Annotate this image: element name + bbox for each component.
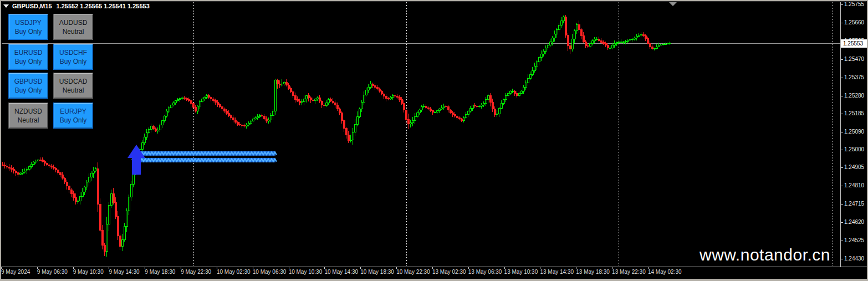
time-axis-label: 13 May 02:30 — [432, 269, 466, 275]
price-axis-label: 1.25185 — [844, 110, 864, 117]
signal-status-label: Buy Only — [54, 57, 93, 66]
signal-button-gbpusd[interactable]: GBPUSDBuy Only — [8, 73, 48, 99]
current-price-badge: 1.25553 — [841, 39, 867, 48]
price-axis-label: 1.25375 — [844, 74, 864, 81]
pair-label: USDCHF — [54, 48, 93, 57]
chart-title-bar: GBPUSD,M151.25552 1.25565 1.25541 1.2555… — [3, 2, 150, 10]
time-axis-label: 13 May 10:30 — [504, 269, 538, 275]
signal-button-eurjpy[interactable]: EURJPYBuy Only — [53, 103, 93, 129]
pair-label: AUDUSD — [54, 18, 93, 27]
price-axis-label: 1.24430 — [844, 256, 864, 262]
time-axis-label: 9 May 10:30 — [73, 269, 104, 275]
axis-ticks — [2, 5, 844, 269]
signal-status-label: Neutral — [9, 116, 48, 125]
pair-label: USDCAD — [54, 77, 93, 86]
mt4-chart-window: GBPUSD,M151.25552 1.25565 1.25541 1.2555… — [0, 0, 868, 281]
signal-button-usdchf[interactable]: USDCHFBuy Only — [53, 44, 93, 70]
chart-symbol-label: GBPUSD,M15 — [12, 3, 52, 9]
signal-button-audusd[interactable]: AUDUSDNeutral — [53, 14, 93, 40]
time-axis-label: 9 May 22:30 — [181, 269, 211, 275]
price-axis-label: 1.24620 — [844, 219, 864, 226]
time-axis-label: 10 May 18:30 — [360, 269, 394, 275]
signal-status-label: Buy Only — [9, 27, 48, 36]
scroll-end-marker-icon — [669, 2, 677, 6]
time-axis-label: 9 May 14:30 — [109, 269, 139, 275]
pair-label: NZDUSD — [9, 107, 48, 116]
price-axis-label: 1.24810 — [844, 182, 864, 189]
signal-button-eurusd[interactable]: EURUSDBuy Only — [8, 44, 48, 70]
signal-button-usdcad[interactable]: USDCADNeutral — [53, 73, 93, 99]
price-chart[interactable] — [0, 0, 868, 281]
price-axis-label: 1.25090 — [844, 129, 864, 135]
price-axis-label: 1.25660 — [844, 19, 864, 26]
pair-label: USDJPY — [9, 18, 48, 27]
chevron-down-icon — [3, 4, 9, 8]
time-axis-label: 9 May 2024 — [1, 269, 30, 275]
pair-label: GBPUSD — [9, 77, 48, 86]
price-axis-label: 1.24525 — [844, 237, 864, 244]
time-axis-label: 10 May 14:30 — [324, 269, 358, 275]
signal-status-label: Neutral — [54, 86, 93, 95]
pair-label: EURUSD — [9, 48, 48, 57]
time-axis-label: 10 May 02:30 — [217, 269, 251, 275]
time-axis-label: 9 May 18:30 — [145, 269, 175, 275]
price-axis-label: 1.24715 — [844, 201, 864, 207]
price-axis-label: 1.25280 — [844, 93, 864, 99]
time-axis-label: 10 May 06:30 — [253, 269, 287, 275]
time-axis-label: 14 May 02:30 — [648, 269, 682, 275]
pair-label: EURJPY — [54, 107, 93, 116]
time-axis-label: 10 May 22:30 — [396, 269, 430, 275]
time-axis-label: 13 May 14:30 — [540, 269, 574, 275]
signal-button-nzdusd[interactable]: NZDUSDNeutral — [8, 103, 48, 129]
time-axis-label: 13 May 06:30 — [468, 269, 502, 275]
time-axis-label: 13 May 22:30 — [612, 269, 646, 275]
signal-status-label: Buy Only — [9, 86, 48, 95]
candlesticks — [2, 15, 671, 257]
time-axis-label: 13 May 18:30 — [576, 269, 610, 275]
price-axis-label: 1.25755 — [844, 1, 864, 8]
price-axis-label: 1.24905 — [844, 164, 864, 171]
chart-ohlc-quotes: 1.25552 1.25565 1.25541 1.25553 — [57, 3, 150, 9]
signal-button-usdjpy[interactable]: USDJPYBuy Only — [8, 14, 48, 40]
price-axis-label: 1.25000 — [844, 146, 864, 153]
watermark-text: www.notandor.cn — [699, 246, 830, 264]
time-axis-label: 9 May 06:30 — [37, 269, 68, 275]
price-axis-label: 1.25470 — [844, 56, 864, 63]
signal-status-label: Buy Only — [54, 116, 93, 125]
time-axis-label: 10 May 10:30 — [289, 269, 323, 275]
signal-status-label: Buy Only — [9, 57, 48, 66]
signal-status-label: Neutral — [54, 27, 93, 36]
